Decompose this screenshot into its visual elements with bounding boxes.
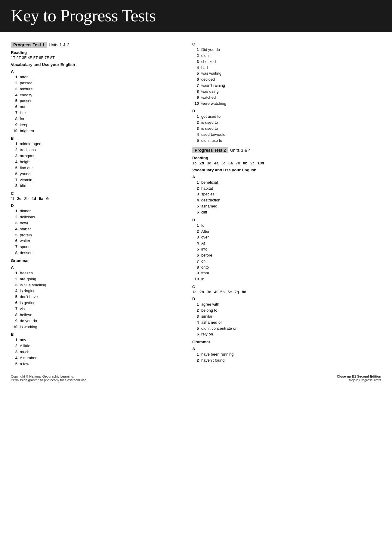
list-item: 5didn't concentrate on (192, 326, 381, 332)
inline-answer: 2h (199, 290, 204, 294)
vocab-b-list: 1middle-aged2traditions3arrogant4height5… (11, 141, 181, 189)
list-item: 5protein (11, 232, 181, 238)
progress-test-2-label: Progress Test 2 (192, 147, 228, 153)
left-column: Progress Test 1 Units 1 & 2 Reading 1T 2… (11, 39, 189, 368)
list-item: 6cliff (192, 210, 381, 215)
list-item: 8for (11, 116, 181, 122)
inline-answer: 2e (17, 196, 21, 201)
list-item: 3species (192, 192, 381, 197)
vocab-b-letter: B (11, 136, 181, 141)
list-item: 1after (11, 74, 181, 80)
list-item: 6is getting (11, 300, 181, 306)
list-item: 2are going (11, 276, 181, 282)
list-item: 8was using (192, 89, 381, 95)
grammar-a-list: 1freezes2are going3is Sue smelling4is ri… (11, 270, 181, 330)
list-item: 4had (192, 65, 381, 71)
reading-answers-1: 1T 2T 3F 4F 5T 6F 7F 8T (11, 55, 181, 60)
inline-answer: 4f (214, 290, 218, 294)
inline-answer: 5c (221, 161, 226, 165)
vocab2-d-letter: D (192, 297, 381, 301)
progress-test-1-header: Progress Test 1 Units 1 & 2 (11, 42, 181, 48)
inline-answer: 1f (11, 196, 14, 201)
list-item: 7like (11, 110, 181, 116)
list-item: 1Did you do (192, 47, 381, 53)
vocab-d-letter: D (11, 203, 181, 208)
footer-right: Close-up B1 Second Edition Key to Progre… (337, 375, 381, 382)
progress-test-2-header: Progress Test 2 Units 3 & 4 (192, 147, 381, 153)
vocab-heading-1: Vocabulary and Use your English (11, 62, 181, 67)
list-item: 9do you do (11, 318, 181, 324)
list-item: 5didn't use to (192, 138, 381, 144)
list-item: 8dessert (11, 250, 181, 256)
list-item: 10in (192, 276, 381, 282)
vocab-d-list: 1dinner2delicious3bowl4starter5protein6w… (11, 208, 181, 256)
list-item: 5a few (11, 361, 181, 367)
vocab2-a-list: 1beneficial2habitat3species4destruction5… (192, 180, 381, 215)
list-item: 6before (192, 253, 381, 258)
list-item: 4destruction (192, 198, 381, 203)
list-item: 3checked (192, 59, 381, 65)
list-item: 2is used to (192, 120, 381, 126)
grammar-c-right-letter: C (192, 42, 381, 46)
inline-answer: 1e (192, 290, 196, 294)
footer: Copyright © National Geographic Learning… (0, 372, 392, 384)
list-item: 9watched (192, 95, 381, 101)
inline-answer: 8d (242, 290, 246, 294)
reading-heading-2: Reading (192, 156, 381, 160)
list-item: 3mixture (11, 86, 181, 92)
list-item: 2didn't (192, 53, 381, 59)
list-item: 9keep (11, 122, 181, 128)
list-item: 1got used to (192, 114, 381, 120)
list-item: 2passed (11, 80, 181, 86)
list-item: 4starter (11, 226, 181, 232)
grammar-heading-1: Grammar (11, 258, 181, 263)
inline-answer: 6c (46, 196, 51, 201)
list-item: 6rely on (192, 332, 381, 337)
header: Key to Progress Tests (0, 0, 392, 32)
inline-answer: 5a (39, 196, 43, 201)
inline-answer: 6c (227, 290, 232, 294)
grammar-d-right-letter: D (192, 109, 381, 113)
vocab2-b-letter: B (192, 218, 381, 222)
list-item: 1any (11, 337, 181, 343)
list-item: 10is working (11, 324, 181, 330)
grammar2-a-list: 1have been running2haven't found (192, 352, 381, 363)
list-item: 4ashamed of (192, 320, 381, 326)
inline-answer: 4a (214, 161, 218, 165)
grammar-b-letter: B (11, 332, 181, 337)
list-item: 5don't have (11, 294, 181, 300)
inline-answer: 4d (32, 196, 36, 201)
inline-answer: 7g (235, 290, 239, 294)
grammar-a-letter: A (11, 265, 181, 270)
inline-answer: 3b (24, 196, 29, 201)
list-item: 1middle-aged (11, 141, 181, 147)
vocab-c-letter: C (11, 191, 181, 196)
list-item: 6out (11, 104, 181, 110)
right-column: C 1Did you do2didn't3checked4had5was wai… (189, 39, 381, 368)
list-item: 2habitat (192, 186, 381, 192)
list-item: 6waiter (11, 238, 181, 244)
header-title: Key to Progress Tests (11, 6, 156, 25)
list-item: 2After (192, 229, 381, 235)
vocab2-d-list: 1agree with2belong to3similar4ashamed of… (192, 302, 381, 337)
inline-answer: 5b (220, 290, 224, 294)
list-item: 8onto (192, 265, 381, 270)
grammar-b-list: 1any2A little3much4A number5a few (11, 337, 181, 367)
list-item: 1freezes (11, 270, 181, 276)
inline-answer: 8b (243, 161, 248, 165)
list-item: 2haven't found (192, 358, 381, 363)
list-item: 5passed (11, 98, 181, 104)
list-item: 3is Sue smelling (11, 282, 181, 288)
list-item: 7visit (11, 306, 181, 312)
inline-answer: 6a (228, 161, 233, 165)
list-item: 1agree with (192, 302, 381, 307)
list-item: 5into (192, 247, 381, 252)
grammar2-a-letter: A (192, 347, 381, 351)
list-item: 4A number (11, 355, 181, 361)
list-item: 4At (192, 241, 381, 246)
grammar-d-right-list: 1got used to2is used to3is used to4used … (192, 114, 381, 143)
inline-answer: 3a (207, 290, 211, 294)
list-item: 2A little (11, 343, 181, 349)
list-item: 10were watching (192, 101, 381, 107)
vocab2-b-list: 1to2After3over4At5into6before7on8onto9fr… (192, 223, 381, 282)
